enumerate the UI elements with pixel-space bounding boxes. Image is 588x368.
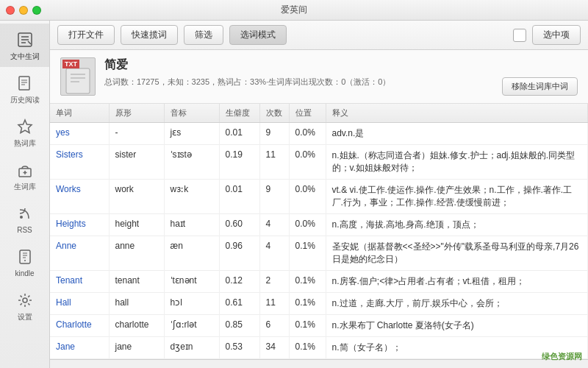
new-words-icon [15, 160, 35, 180]
select-item-button[interactable]: 选中项 [532, 25, 581, 45]
cell-count: 9 [259, 180, 289, 214]
cell-word: Works [50, 180, 109, 214]
cell-count: 11 [259, 293, 289, 315]
sidebar-item-rss[interactable]: RSS [0, 197, 49, 241]
cell-meaning: n.房客.佃户;<律>占用者.占有者；vt.租借，租用； [326, 271, 588, 293]
book-details: 简爱 总词数：17275，未知：3235，熟词占：33%·生词库词出现次数：0（… [104, 57, 493, 89]
cell-phonetic: hɔl [164, 293, 219, 315]
cell-base: anne [109, 236, 164, 271]
table-row[interactable]: Worksworkwɜːk0.0190.0%vt.& vi.使工作.使运作.操作… [50, 180, 588, 214]
bottom-scrollbar[interactable] [50, 359, 588, 368]
quick-search-button[interactable]: 快速揽词 [121, 25, 178, 45]
cell-count: 9 [259, 123, 289, 145]
cell-freq: 0.85 [219, 315, 259, 337]
maximize-button[interactable] [32, 6, 41, 15]
svg-point-17 [24, 260, 26, 261]
main-content: 打开文件 快速揽词 筛选 选词模式 选中项 TXT 简爱 总词数：17275， [50, 21, 588, 368]
cell-phonetic: ˈʃɑːrlət [164, 315, 219, 337]
table-header-row: 单词 原形 音标 生僻度 次数 位置 释义 [50, 104, 588, 123]
window-title: 爱英间 [281, 4, 307, 16]
minimize-button[interactable] [19, 6, 28, 15]
open-file-button[interactable]: 打开文件 [57, 25, 115, 45]
cell-base: charlotte [109, 315, 164, 337]
sidebar: 文中生词 历史阅读 熟词库 [0, 21, 50, 368]
header-freq: 生僻度 [219, 104, 259, 123]
table-row[interactable]: yes-jɛs0.0190.0%adv.n.是 [50, 123, 588, 145]
cell-word: Sisters [50, 145, 109, 180]
cell-word: Jane [50, 337, 109, 359]
cell-word: Anne [50, 236, 109, 271]
sidebar-label-settings: 设置 [18, 313, 32, 322]
svg-rect-19 [66, 68, 90, 93]
sidebar-label-rss: RSS [17, 226, 32, 235]
cell-meaning: 圣安妮（据基督教<<圣经>>"外传"载系圣母马利亚的母亲,7月26日是她的纪念日… [326, 236, 588, 271]
close-button[interactable] [6, 6, 15, 15]
cell-count: 4 [259, 236, 289, 271]
cell-count: 34 [259, 337, 289, 359]
cell-base: tenant [109, 271, 164, 293]
filter-button[interactable]: 筛选 [184, 25, 223, 45]
cell-phonetic: ˈtɛnənt [164, 271, 219, 293]
cell-pos: 0.1% [289, 271, 326, 293]
cell-phonetic: wɜːk [164, 180, 219, 214]
familiar-words-icon [15, 116, 35, 137]
cell-freq: 0.19 [219, 145, 259, 180]
svg-rect-13 [20, 250, 30, 263]
table-row[interactable]: Janejanedʒeɪn0.53340.1%n.简（女子名）； [50, 337, 588, 359]
settings-icon [15, 290, 35, 311]
cell-phonetic: ˈsɪstə [164, 145, 219, 180]
table-row[interactable]: Hallhallhɔl0.61110.1%n.过道，走廊.大厅，前厅.娱乐中心，… [50, 293, 588, 315]
sidebar-label-familiar: 熟词库 [14, 139, 36, 148]
svg-rect-4 [19, 77, 29, 90]
text-words-icon [15, 29, 35, 50]
cell-phonetic: jɛs [164, 123, 219, 145]
cell-freq: 0.60 [219, 214, 259, 236]
cell-freq: 0.53 [219, 337, 259, 359]
cell-pos: 0.1% [289, 236, 326, 271]
cell-count: 2 [259, 271, 289, 293]
sidebar-item-settings[interactable]: 设置 [0, 284, 49, 328]
cell-pos: 0.0% [289, 123, 326, 145]
svg-point-12 [20, 216, 23, 219]
sidebar-item-familiar-words[interactable]: 熟词库 [0, 110, 49, 154]
select-checkbox[interactable] [513, 29, 526, 42]
sidebar-item-kindle[interactable]: kindle [0, 241, 49, 284]
header-meaning: 释义 [326, 104, 588, 123]
word-table-container[interactable]: 单词 原形 音标 生僻度 次数 位置 释义 yes-jɛs0.0190.0%ad… [50, 104, 588, 359]
book-cover: TXT [60, 57, 96, 96]
cell-count: 11 [259, 145, 289, 180]
header-word: 单词 [50, 104, 109, 123]
table-row[interactable]: Tenanttenantˈtɛnənt0.1220.1%n.房客.佃户;<律>占… [50, 271, 588, 293]
sidebar-item-reading-history[interactable]: 历史阅读 [0, 67, 49, 110]
cell-pos: 0.1% [289, 337, 326, 359]
cell-base: hall [109, 293, 164, 315]
sidebar-label-text-words: 文中生词 [10, 52, 40, 61]
table-body: yes-jɛs0.0190.0%adv.n.是Sisterssisterˈsɪs… [50, 123, 588, 360]
sidebar-item-new-words[interactable]: 生词库 [0, 154, 49, 197]
cell-pos: 0.0% [289, 180, 326, 214]
cell-pos: 0.1% [289, 315, 326, 337]
select-mode-button[interactable]: 选词模式 [229, 25, 287, 45]
window-controls[interactable] [6, 6, 41, 15]
sidebar-label-kindle: kindle [15, 269, 34, 278]
toolbar: 打开文件 快速揽词 筛选 选词模式 选中项 [50, 21, 588, 50]
header-pos: 位置 [289, 104, 326, 123]
watermark: 绿色资源网 [542, 351, 582, 362]
table-row[interactable]: Heightsheighthaɪt0.6040.0%n.高度，海拔.高地.身高.… [50, 214, 588, 236]
cell-base: - [109, 123, 164, 145]
svg-point-18 [23, 298, 27, 302]
table-row[interactable]: Anneanneæn0.9640.1%圣安妮（据基督教<<圣经>>"外传"载系圣… [50, 236, 588, 271]
sidebar-item-text-words[interactable]: 文中生词 [0, 24, 49, 67]
cell-meaning: n.过道，走廊.大厅，前厅.娱乐中心，会所； [326, 293, 588, 315]
kindle-icon [15, 247, 35, 267]
reading-history-icon [15, 73, 35, 93]
sidebar-label-history: 历史阅读 [10, 96, 40, 105]
move-to-library-button[interactable]: 移除生词库中词 [502, 77, 578, 96]
cell-word: Tenant [50, 271, 109, 293]
svg-marker-8 [18, 120, 32, 133]
book-cover-type: TXT [62, 60, 79, 68]
table-row[interactable]: Sisterssisterˈsɪstə0.19110.0%n.姐妹.（称志同道合… [50, 145, 588, 180]
table-row[interactable]: Charlottecharlotteˈʃɑːrlət0.8560.1%n.水果布… [50, 315, 588, 337]
cell-word: Heights [50, 214, 109, 236]
word-table: 单词 原形 音标 生僻度 次数 位置 释义 yes-jɛs0.0190.0%ad… [50, 104, 588, 359]
